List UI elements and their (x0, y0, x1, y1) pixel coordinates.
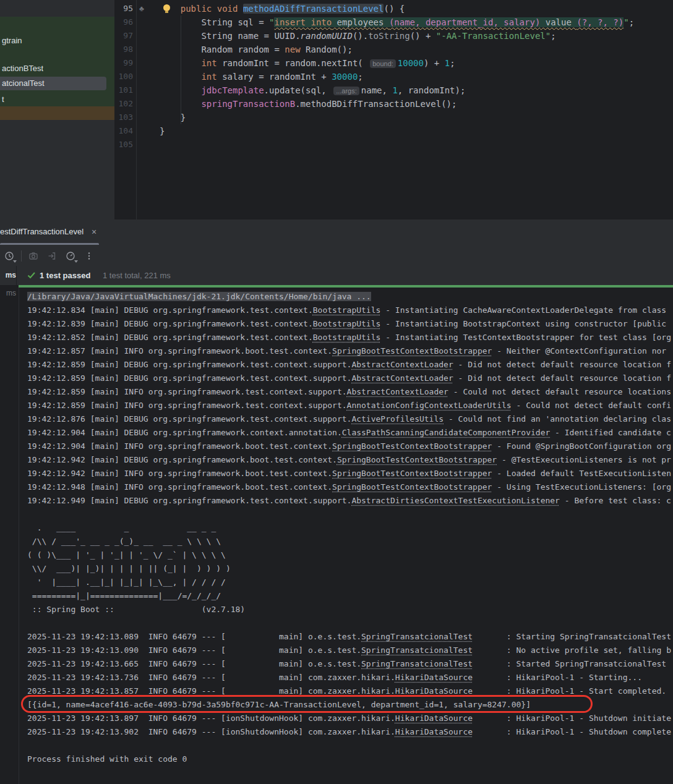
console-text: - Could not find an 'annotation declarin… (444, 414, 671, 424)
close-icon[interactable]: × (92, 219, 96, 244)
coverage-gauge-icon[interactable] (64, 250, 77, 262)
console-link[interactable]: AbstractContextLoader (351, 373, 453, 383)
console-link[interactable]: ActiveProfilesUtils (351, 414, 444, 424)
console-text: =========|_|==============|___/=/_/_/_/ (27, 591, 221, 600)
console-line: :: Spring Boot :: (v2.7.18) (27, 603, 245, 616)
console-line: 19:42:12.949 [main] DEBUG org.springfram… (27, 494, 671, 508)
tab-test-diff-transaction-level[interactable]: estDiffTransactionLevel × (0, 219, 106, 245)
line-number: 104 (114, 124, 133, 138)
console-link[interactable]: AnnotationConfigContextLoaderUtils (347, 401, 512, 410)
test-duration-cell[interactable]: ms (0, 266, 17, 285)
code-token: .update(sql, (264, 85, 332, 95)
console-text: 19:42:12.839 [main] DEBUG org.springfram… (27, 319, 313, 328)
code-line[interactable]: 98 Random random = new Random(); (114, 43, 673, 56)
console-text: 19:42:12.834 [main] DEBUG org.springfram… (27, 305, 313, 315)
code-text: } (160, 124, 165, 138)
console-link[interactable]: SpringBootTestContextBootstrapper (337, 455, 497, 464)
code-line[interactable]: 100 int salary = randomInt + 30000; (114, 70, 673, 83)
console-text: 19:42:12.876 [main] DEBUG org.springfram… (27, 414, 351, 424)
tool-window-tabbar: estDiffTransactionLevel × (0, 219, 673, 245)
console-link[interactable]: BootstrapUtils (313, 319, 381, 328)
gutter-marker-icon[interactable]: ♣ (139, 2, 144, 15)
line-number: 98 (114, 43, 133, 56)
console-line: 19:42:12.834 [main] DEBUG org.springfram… (27, 304, 666, 317)
console-link[interactable]: AbstractDirtiesContextTestExecutionListe… (351, 496, 560, 505)
console-text: 19:42:12.852 [main] DEBUG org.springfram… (27, 333, 313, 342)
console-link[interactable]: SpringTransatcionalTest (361, 646, 473, 655)
console-link[interactable]: SpringTransatcionalTest (361, 659, 473, 668)
console-text: - Did not detect default resource locati… (453, 360, 671, 369)
console-link[interactable]: SpringBootTestContextBootstrapper (332, 346, 492, 356)
test-duration-cell: ms (6, 289, 16, 297)
console-link[interactable]: SpringTransatcionalTest (361, 632, 473, 641)
code-token: ; (629, 17, 634, 27)
code-token: int (201, 58, 216, 68)
code-token: ; (450, 58, 455, 68)
console-link[interactable]: AbstractContextLoader (347, 387, 448, 396)
code-text: Random random = new Random(); (160, 43, 353, 56)
console-text: 2025-11-23 19:42:13.089 INFO 64679 --- [… (27, 632, 361, 641)
code-line[interactable]: 104} (114, 124, 673, 138)
console-link[interactable]: HikariDataSource (395, 714, 473, 723)
console-text: 2025-11-23 19:42:13.665 INFO 64679 --- [… (27, 659, 361, 668)
code-token: String name = UUID. (201, 31, 300, 41)
console-text: 19:42:12.857 [main] INFO org.springframe… (27, 346, 332, 356)
code-line[interactable]: 96 String sql = "insert into employees (… (114, 15, 673, 29)
console-link[interactable]: BootstrapUtils (313, 305, 381, 315)
console-text: - Could not detect default confi (512, 401, 671, 410)
console-text: \\/ ___)| |_)| | | | | || (_| | ) ) ) ) (27, 564, 231, 573)
code-token: employees (332, 17, 389, 27)
console-text: - Identified candidate c (550, 428, 671, 437)
console-link[interactable]: HikariDataSource (395, 686, 473, 696)
console-text: /\\ / ___'_ __ _ _(_)_ __ __ _ \ \ \ \ (27, 537, 221, 546)
console[interactable]: /Library/Java/JavaVirtualMachines/jdk-21… (19, 288, 673, 784)
import-test-results-icon[interactable] (46, 250, 58, 262)
console-link[interactable]: AbstractContextLoader (351, 360, 453, 369)
console-link[interactable]: SpringBootTestContextBootstrapper (332, 469, 492, 478)
console-line: 19:42:12.948 [main] INFO org.springframe… (27, 480, 671, 494)
tests-passed-label: 1 test passed (40, 266, 90, 285)
code-line[interactable]: 105 (114, 138, 673, 151)
console-text: : HikariPool-1 - Starting... (473, 673, 642, 682)
tree-item[interactable]: atcionalTest (0, 77, 106, 90)
code-line[interactable]: 102 springTransactionB.methodBDiffTransa… (114, 97, 673, 111)
console-link[interactable]: SpringBootTestContextBootstrapper (332, 482, 492, 492)
code-line[interactable]: 97 String name = UUID.randomUUID().toStr… (114, 29, 673, 43)
console-line: 19:42:12.839 [main] DEBUG org.springfram… (27, 317, 666, 331)
console-line: 19:42:12.857 [main] INFO org.springframe… (27, 344, 666, 358)
line-number: 105 (114, 138, 133, 151)
test-passed-check-icon (27, 271, 36, 279)
camera-icon[interactable] (27, 250, 40, 262)
code-token: (). (353, 31, 368, 41)
code-line[interactable]: 99 int randomInt = random.nextInt( bound… (114, 56, 673, 70)
code-line[interactable]: 101 jdbcTemplate.update(sql, ...args:nam… (114, 83, 673, 97)
console-text: 19:42:12.859 [main] DEBUG org.springfram… (27, 360, 351, 369)
console-text: : Started SpringTransatcionalTest (473, 659, 671, 668)
more-kebab-icon[interactable] (83, 250, 95, 262)
tree-item[interactable]: t (0, 93, 4, 106)
console-text: 19:42:12.859 [main] DEBUG org.springfram… (27, 373, 351, 383)
console-link[interactable]: HikariDataSource (395, 727, 473, 736)
console-line: 19:42:12.859 [main] DEBUG org.springfram… (27, 358, 671, 372)
console-line: 19:42:12.904 [main] DEBUG org.springfram… (27, 426, 671, 440)
code-line[interactable]: 103 } (114, 111, 673, 124)
console-link[interactable]: HikariDataSource (395, 673, 473, 682)
tree-item[interactable]: actionBTest (0, 62, 43, 75)
console-line: =========|_|==============|___/=/_/_/_/ (27, 589, 221, 603)
console-link[interactable]: BootstrapUtils (313, 333, 381, 342)
code-token: name, (361, 85, 393, 95)
console-link[interactable]: SpringBootTestContextBootstrapper (332, 441, 492, 451)
console-link[interactable]: ClassPathScanningCandidateComponentProvi… (342, 428, 551, 437)
console-line: ' |____| .__|_| |_|_| |_\__, | / / / / (27, 576, 226, 589)
console-text: : No active profile set, falling b (473, 646, 671, 655)
toolbar-separator (21, 250, 22, 262)
code-token: } (181, 113, 186, 122)
code-token: 10000 (398, 58, 424, 68)
history-clock-icon[interactable] (3, 250, 15, 262)
code-line[interactable]: 95♣ public void methodADiffTransactionLe… (114, 2, 673, 15)
editor[interactable]: 95♣ public void methodADiffTransactionLe… (114, 0, 673, 219)
console-text: - Neither @ContextConfiguration nor (492, 346, 666, 356)
console-text: Process finished with exit code 0 (27, 754, 187, 764)
test-tree-rail[interactable]: ms (0, 288, 19, 784)
tree-item[interactable]: gtrain (0, 34, 22, 48)
